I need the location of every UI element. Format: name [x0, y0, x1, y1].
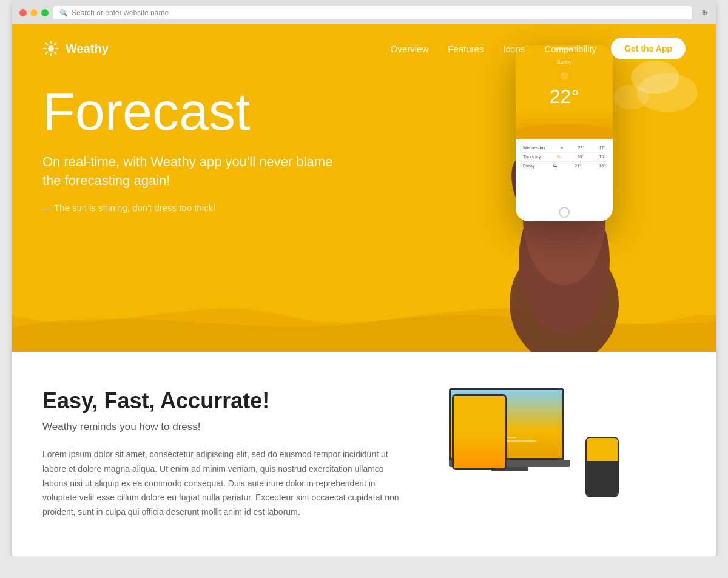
phone-small-mockup: [585, 437, 619, 497]
nav-link-compatibility[interactable]: Compatibility: [544, 44, 596, 54]
features-title: Easy, Fast, Accurrate!: [42, 388, 406, 414]
hero-section: Weathy Overview Features Icons Compatibi…: [12, 24, 716, 352]
nav-link-icons[interactable]: Icons: [503, 44, 525, 54]
website-content: Weathy Overview Features Icons Compatibi…: [12, 24, 716, 556]
svg-line-8: [46, 52, 48, 54]
svg-line-5: [46, 44, 48, 45]
tablet-screen: [454, 396, 505, 468]
forecast-row-3: Friday🌤21°16°: [521, 162, 608, 170]
nav-links: Overview Features Icons Compatibility: [391, 44, 596, 54]
browser-window: 🔍 Search or enter website name ↻ +: [12, 0, 716, 556]
search-icon: 🔍: [59, 9, 68, 17]
features-devices: 26°: [443, 388, 625, 497]
features-subtitle: Weathy reminds you how to dress!: [42, 421, 406, 433]
phone-home-button: [559, 207, 570, 218]
svg-point-0: [48, 45, 54, 52]
hero-subtitle: On real-time, with Weathy app you'll nev…: [42, 153, 334, 190]
logo-text: Weathy: [66, 42, 109, 56]
features-text: Easy, Fast, Accurrate! Weathy reminds yo…: [42, 388, 406, 520]
hero-tagline: — The sun is shining, don't dress too th…: [42, 203, 334, 213]
nav-link-features[interactable]: Features: [448, 44, 484, 54]
nav-link-overview[interactable]: Overview: [391, 44, 429, 54]
new-tab-button[interactable]: +: [702, 7, 707, 18]
features-section: Easy, Fast, Accurrate! Weathy reminds yo…: [12, 352, 716, 556]
browser-dots: [19, 9, 49, 16]
dot-green[interactable]: [41, 9, 49, 16]
phone-small-screen: [587, 438, 618, 496]
hero-title: Forecast: [42, 85, 334, 138]
navigation: Weathy Overview Features Icons Compatibi…: [12, 24, 716, 73]
address-bar[interactable]: 🔍 Search or enter website name: [53, 6, 692, 19]
devices-group: 26°: [449, 388, 619, 497]
address-bar-text: Search or enter website name: [72, 8, 169, 17]
dot-yellow[interactable]: [30, 9, 38, 16]
forecast-row-2: Thursday⛅20°15°: [521, 153, 608, 162]
sun-logo-icon: [42, 40, 59, 57]
svg-line-7: [55, 44, 56, 45]
tablet-mockup: [452, 394, 507, 470]
features-body: Lorem ipsum dolor sit amet, consectetur …: [42, 448, 406, 520]
browser-titlebar: 🔍 Search or enter website name ↻ +: [12, 6, 716, 24]
get-app-button[interactable]: Get the App: [611, 38, 686, 59]
forecast-row-1: Wednesday☀23°17°: [521, 144, 608, 153]
dot-red[interactable]: [19, 9, 27, 16]
svg-line-6: [55, 52, 56, 54]
phone-temperature: 22°: [516, 87, 613, 106]
hero-content: Forecast On real-time, with Weathy app y…: [12, 73, 364, 249]
phone-mockup-area: Sunny ☀️ 22° Wednesday☀23°17°: [437, 36, 692, 352]
nav-logo[interactable]: Weathy: [42, 40, 109, 57]
